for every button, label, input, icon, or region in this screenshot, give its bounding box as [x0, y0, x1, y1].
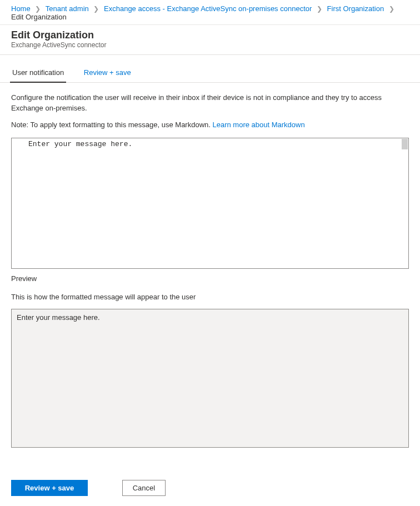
chevron-right-icon: ❯	[35, 5, 41, 13]
preview-label: Preview	[11, 274, 409, 283]
breadcrumb-current: Edit Organization	[11, 13, 67, 21]
breadcrumb: Home ❯ Tenant admin ❯ Exchange access - …	[0, 0, 420, 25]
breadcrumb-tenant-admin[interactable]: Tenant admin	[46, 4, 89, 13]
message-textarea-wrapper	[11, 138, 409, 269]
review-save-button[interactable]: Review + save	[11, 480, 88, 496]
page-header: Edit Organization Exchange ActiveSync co…	[0, 25, 420, 55]
preview-description: This is how the formatted message will a…	[11, 293, 409, 301]
learn-more-markdown-link[interactable]: Learn more about Markdown	[213, 121, 305, 129]
chevron-right-icon: ❯	[317, 5, 322, 13]
breadcrumb-exchange-access[interactable]: Exchange access - Exchange ActiveSync on…	[104, 4, 312, 13]
note-text: Note: To apply text formatting to this m…	[11, 121, 213, 129]
preview-box: Enter your message here.	[11, 309, 409, 448]
page-subtitle: Exchange ActiveSync connector	[11, 41, 409, 49]
page-title: Edit Organization	[11, 29, 409, 41]
chevron-right-icon: ❯	[93, 5, 99, 13]
breadcrumb-home[interactable]: Home	[11, 4, 31, 13]
tab-user-notification[interactable]: User notification	[11, 65, 65, 82]
markdown-note: Note: To apply text formatting to this m…	[11, 121, 409, 129]
message-textarea[interactable]	[12, 138, 408, 268]
tab-review-save[interactable]: Review + save	[83, 65, 132, 82]
chevron-right-icon: ❯	[389, 5, 394, 13]
notification-description: Configure the notification the user will…	[11, 93, 409, 114]
content-area: Configure the notification the user will…	[0, 83, 420, 448]
scrollbar-thumb[interactable]	[402, 139, 408, 149]
breadcrumb-first-organization[interactable]: First Organization	[327, 4, 384, 13]
tab-bar: User notification Review + save	[0, 55, 420, 83]
cancel-button[interactable]: Cancel	[122, 480, 166, 496]
footer-actions: Review + save Cancel	[0, 472, 420, 506]
preview-content: Enter your message here.	[17, 313, 100, 322]
